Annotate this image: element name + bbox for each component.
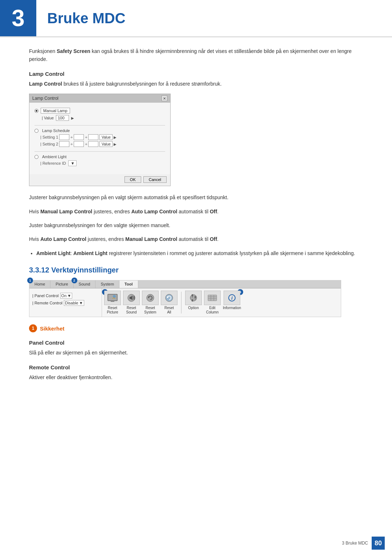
value-row: | Value 100 ▶ (40, 115, 165, 121)
separator-1 (34, 125, 165, 126)
svg-rect-11 (195, 296, 196, 298)
section-312-heading: 3.3.12 Verktøyinnstillinger (29, 266, 363, 274)
reset-icons-row: ResetPicture (104, 291, 177, 315)
setting2-row: | Setting 2 ÷ ÷ Value ▶ (40, 141, 165, 147)
tab-home-number: 1 (27, 278, 33, 283)
value-label: | Value (42, 116, 54, 120)
value-arrow: ▶ (71, 116, 74, 120)
chapter-number: 3 (12, 5, 25, 32)
panel-control-dropdown[interactable]: On ▼ (60, 293, 73, 299)
information-icon[interactable]: i (224, 291, 240, 305)
manual-lamp-radio[interactable] (34, 109, 38, 113)
setting1-min[interactable] (74, 134, 84, 140)
tab-home[interactable]: 1 Home (29, 280, 50, 288)
remote-control-arrow: ▼ (79, 301, 83, 305)
para-manual-lamp: Hvis Manual Lamp Control justeres, endre… (29, 208, 363, 216)
ambient-light-bullet: Ambient Light: Ambient Light registrerer… (36, 249, 363, 257)
lamp-schedule-radio[interactable] (34, 129, 38, 133)
intro-para: Funksjonen Safety Screen kan også brukes… (29, 47, 363, 63)
lamp-control-dialog: Lamp Control ✕ Manual Lamp | Value 100 ▶ (29, 94, 171, 186)
panel-control-arrow: ▼ (67, 294, 71, 298)
reset-sound-icon[interactable] (123, 291, 140, 305)
info-circle: i (228, 294, 236, 301)
setting2-value[interactable]: Value (99, 141, 113, 147)
svg-rect-0 (108, 294, 117, 301)
tool-tabs: 1 Home Picture 2 Sound System Tool (29, 280, 341, 288)
lamp-control-heading: Lamp Control (29, 71, 363, 77)
option-icon-svg (188, 293, 199, 303)
remote-control-dropdown[interactable]: Disable ▼ (64, 300, 84, 306)
remote-control-label: | Remote Control (32, 301, 62, 305)
reset-system-group: ResetSystem (142, 291, 159, 315)
footer-page-number: 80 (372, 537, 385, 550)
reset-picture-label: ResetPicture (107, 306, 118, 315)
ambient-light-radio-row: Ambient Light (34, 155, 165, 159)
ambient-light-label: Ambient Light (42, 155, 66, 159)
manual-lamp-label: Manual Lamp (41, 108, 70, 114)
panel-control-heading: Panel Control (29, 340, 363, 346)
reset-picture-svg (107, 294, 118, 302)
reference-id-dropdown[interactable]: ▼ (68, 160, 77, 166)
svg-rect-9 (192, 294, 193, 296)
tab-system[interactable]: System (95, 280, 119, 288)
svg-point-4 (147, 294, 154, 301)
reset-system-icon[interactable] (142, 291, 159, 305)
setting1-arrow: ▶ (114, 135, 117, 139)
svg-rect-1 (111, 301, 114, 302)
dialog-footer: OK Cancel (29, 174, 170, 186)
lamp-control-desc: Lamp Control brukes til å justere bakgru… (29, 80, 363, 88)
setting2-hour[interactable] (59, 141, 69, 147)
reset-system-svg (145, 293, 156, 303)
reset-all-label: ResetAll (164, 306, 174, 315)
ambient-light-radio[interactable] (34, 155, 38, 159)
tool-left-panel: | Panel Control On ▼ | Remote Control Di… (29, 288, 102, 317)
reset-all-icon[interactable] (161, 291, 177, 305)
setting1-sec[interactable] (88, 134, 98, 140)
setting2-min[interactable] (74, 141, 84, 147)
lamp-schedule-label: Lamp Schedule (42, 128, 70, 133)
cancel-button[interactable]: Cancel (143, 176, 167, 183)
tab-sound-number: 2 (72, 278, 77, 283)
svg-rect-14 (208, 295, 217, 301)
information-group: i Information (223, 291, 241, 315)
sikkerhet-title: Sikkerhet (40, 325, 65, 332)
tab-picture-label: Picture (56, 282, 68, 286)
lamp-schedule-radio-row: Lamp Schedule (34, 128, 165, 133)
para-juster: Juster bakgrunnsbelysningen for den valg… (29, 221, 363, 229)
svg-rect-10 (192, 299, 193, 301)
remote-control-desc: Aktiver eller deaktiver fjernkontrollen. (29, 373, 363, 381)
lamp-schedule-section: Lamp Schedule | Setting 1 ÷ ÷ Value ▶ | … (34, 128, 165, 147)
tab-system-label: System (101, 282, 114, 286)
svg-point-2 (113, 295, 116, 298)
chapter-header: 3 (0, 0, 36, 36)
badge-circle: 1 (29, 324, 37, 332)
value-input[interactable]: 100 (56, 115, 69, 121)
ambient-light-section: Ambient Light | Reference ID ▼ (34, 155, 165, 166)
edit-column-icon[interactable] (204, 291, 221, 305)
svg-point-6 (166, 294, 173, 301)
tab-sound[interactable]: 2 Sound (74, 280, 96, 288)
page-footer: 3 Bruke MDC 80 (0, 532, 392, 554)
panel-control-value: On (61, 294, 67, 298)
tab-sound-label: Sound (79, 282, 90, 286)
para-auto-lamp: Hvis Auto Lamp Control justeres, endres … (29, 235, 363, 243)
manual-lamp-row: Manual Lamp (34, 108, 165, 114)
header-divider (0, 36, 392, 37)
remote-control-value: Disable (65, 301, 78, 305)
reset-picture-icon[interactable] (104, 291, 121, 305)
page-title: Bruke MDC (47, 10, 126, 26)
setting1-value[interactable]: Value (99, 134, 113, 140)
tab-picture[interactable]: Picture (50, 280, 73, 288)
option-icon[interactable] (185, 291, 202, 305)
option-group-item: Option (185, 291, 202, 315)
reset-picture-group: ResetPicture (104, 291, 121, 315)
setting2-sec[interactable] (88, 141, 98, 147)
tab-home-label: Home (34, 282, 45, 286)
dialog-close-button[interactable]: ✕ (162, 95, 167, 101)
tab-tool[interactable]: Tool (119, 280, 138, 288)
panel-control-desc: Slå på eller av skjermen på en skjermenh… (29, 349, 363, 357)
setting1-hour[interactable] (59, 134, 69, 140)
edit-column-group: EditColumn (204, 291, 221, 315)
footer-chapter-text: 3 Bruke MDC (342, 541, 368, 546)
ok-button[interactable]: OK (124, 176, 141, 183)
